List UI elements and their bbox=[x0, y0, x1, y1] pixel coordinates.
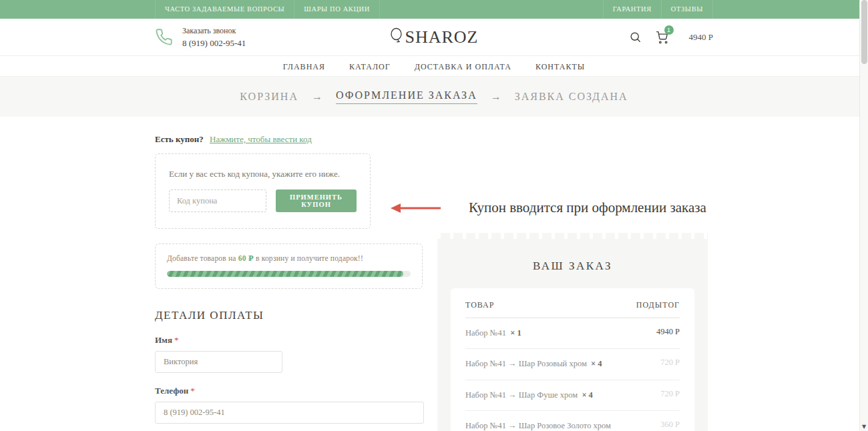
gift-progress-track bbox=[167, 271, 411, 277]
cart-count-badge: 1 bbox=[664, 25, 674, 35]
coupon-question: Есть купон? bbox=[155, 134, 204, 144]
gift-text-before: Добавьте товаров на bbox=[167, 254, 236, 262]
scrollbar-thumb[interactable] bbox=[861, 0, 867, 64]
order-summary-panel: ВАШ ЗАКАЗ ТОВАР ПОДЫТОГ Набор №41 × 1 49… bbox=[437, 233, 708, 431]
order-title: ВАШ ЗАКАЗ bbox=[437, 239, 708, 288]
gift-progress-fill bbox=[167, 271, 403, 277]
breadcrumb-checkout[interactable]: ОФОРМЛЕНИЕ ЗАКАЗА bbox=[336, 89, 477, 104]
logo[interactable]: SHAROZ bbox=[389, 27, 478, 47]
phone-icon bbox=[155, 28, 173, 46]
scroll-down-arrow[interactable]: ▼ bbox=[860, 424, 868, 430]
breadcrumb-arrow: → bbox=[312, 91, 322, 103]
arrow-left-icon bbox=[390, 203, 441, 213]
name-field[interactable] bbox=[155, 351, 282, 373]
phone-field[interactable] bbox=[155, 402, 424, 424]
billing-title: ДЕТАЛИ ОПЛАТЫ bbox=[155, 309, 424, 322]
checkout-main: Есть купон? Нажмите, чтобы ввести код Ес… bbox=[155, 134, 713, 431]
nav-item-home[interactable]: ГЛАВНАЯ bbox=[283, 62, 325, 72]
order-row: Набор №41 → Шар Розовый хром × 4 720 Р bbox=[465, 349, 680, 380]
breadcrumb: КОРЗИНА → ОФОРМЛЕНИЕ ЗАКАЗА → ЗАЯВКА СОЗ… bbox=[0, 77, 868, 117]
order-col-subtotal: ПОДЫТОГ bbox=[636, 300, 680, 310]
balloon-icon bbox=[389, 26, 404, 45]
topbar-link-sale-balloons[interactable]: ШАРЫ ПО АКЦИИ bbox=[294, 0, 380, 19]
order-row: Набор №41 × 1 4940 Р bbox=[465, 318, 680, 349]
callback-block[interactable]: Заказать звонок 8 (919) 002-95-41 bbox=[155, 25, 246, 50]
main-nav: ГЛАВНАЯ КАТАЛОГ ДОСТАВКА И ОПЛАТА КОНТАК… bbox=[0, 55, 868, 77]
cart-total: 4940 Р bbox=[689, 32, 713, 43]
required-mark: * bbox=[174, 335, 179, 345]
header-phone-number: 8 (919) 002-95-41 bbox=[182, 38, 246, 48]
order-col-product: ТОВАР bbox=[465, 300, 494, 310]
annotation: Купон вводится при оформлении заказа bbox=[390, 199, 706, 216]
topbar: ЧАСТО ЗАДАВАЕМЫЕ ВОПРОСЫ ШАРЫ ПО АКЦИИ Г… bbox=[0, 0, 868, 19]
apply-coupon-button[interactable]: ПРИМЕНИТЬ КУПОН bbox=[276, 189, 357, 212]
cart-icon[interactable]: 1 bbox=[655, 30, 669, 44]
nav-item-delivery[interactable]: ДОСТАВКА И ОПЛАТА bbox=[415, 62, 511, 72]
search-icon[interactable] bbox=[629, 31, 642, 43]
order-price: 720 Р bbox=[660, 389, 680, 402]
gift-amount: 60 ₽ bbox=[238, 254, 254, 262]
gift-text-after: в корзину и получите подарок!! bbox=[256, 254, 363, 262]
order-price: 4940 Р bbox=[656, 327, 680, 340]
annotation-text: Купон вводится при оформлении заказа bbox=[469, 199, 706, 216]
order-price: 360 Р bbox=[660, 420, 680, 431]
topbar-link-warranty[interactable]: ГАРАНТИЯ bbox=[603, 0, 662, 19]
coupon-toggle-link[interactable]: Нажмите, чтобы ввести код bbox=[210, 134, 312, 144]
coupon-note: Есть купон? Нажмите, чтобы ввести код bbox=[155, 134, 713, 145]
order-row: Набор №41 → Шар Розовое Золото хром × 2 … bbox=[465, 411, 680, 431]
coupon-hint: Если у вас есть код купона, укажите его … bbox=[169, 169, 357, 179]
coupon-box: Если у вас есть код купона, укажите его … bbox=[155, 153, 371, 229]
breadcrumb-cart[interactable]: КОРЗИНА bbox=[240, 91, 298, 103]
breadcrumb-arrow: → bbox=[491, 91, 501, 103]
topbar-link-reviews[interactable]: ОТЗЫВЫ bbox=[662, 0, 713, 19]
phone-field-label: Телефон* bbox=[155, 386, 424, 396]
order-price: 720 Р bbox=[660, 358, 680, 370]
gift-banner: Добавьте товаров на 60 ₽ в корзину и пол… bbox=[155, 244, 423, 289]
coupon-code-input[interactable] bbox=[169, 189, 266, 212]
topbar-link-faq[interactable]: ЧАСТО ЗАДАВАЕМЫЕ ВОПРОСЫ bbox=[155, 0, 294, 19]
order-card: ТОВАР ПОДЫТОГ Набор №41 × 1 4940 Р Набор… bbox=[451, 288, 694, 431]
name-field-label: Имя* bbox=[155, 335, 424, 346]
breadcrumb-order-created: ЗАЯВКА СОЗДАНА bbox=[515, 91, 628, 103]
callback-label[interactable]: Заказать звонок bbox=[182, 26, 236, 35]
order-row: Набор №41 → Шар Фуше хром × 4 720 Р bbox=[465, 380, 680, 411]
nav-item-contacts[interactable]: КОНТАКТЫ bbox=[535, 62, 585, 72]
header: Заказать звонок 8 (919) 002-95-41 SHAROZ bbox=[0, 19, 868, 55]
logo-text: SHAROZ bbox=[405, 27, 478, 47]
scrollbar[interactable]: ▼ bbox=[859, 0, 868, 431]
required-mark: * bbox=[190, 386, 195, 396]
nav-item-catalog[interactable]: КАТАЛОГ bbox=[349, 62, 391, 72]
scallop-edge bbox=[437, 233, 708, 239]
